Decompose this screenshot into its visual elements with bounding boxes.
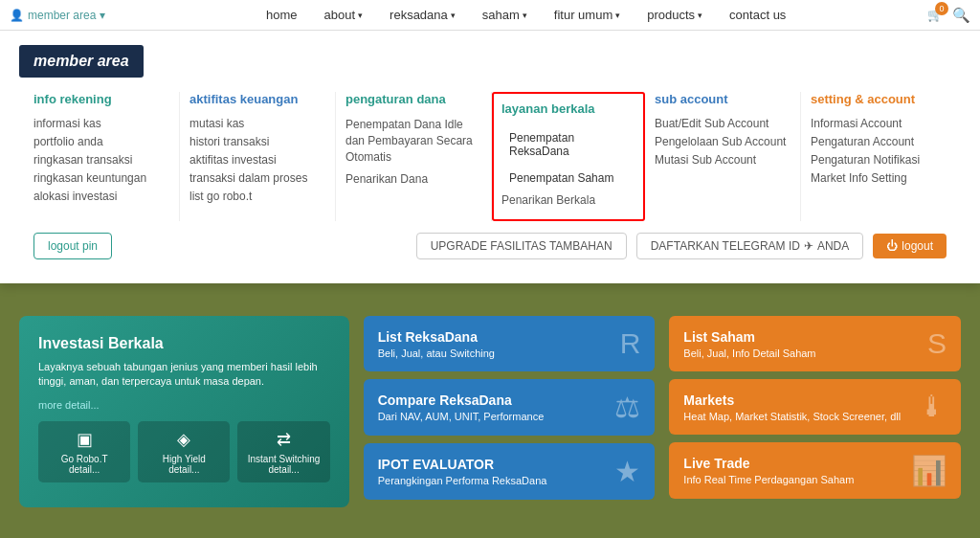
switching-icon: ⇄ [245, 429, 322, 450]
live-trade-title: Live Trade [683, 456, 854, 471]
nav-links: home about ▾ reksadana ▾ saham ▾ fitur u… [124, 0, 927, 31]
item-buat-sub-account[interactable]: Buat/Edit Sub Account [655, 117, 791, 130]
card-high-yield[interactable]: ◈ High Yield detail... [138, 421, 230, 482]
col-pengaturan-dana: pengaturan dana Penempatan Dana Idle dan… [336, 92, 492, 221]
cards-row: Investasi Berkala Layaknya sebuah tabung… [19, 316, 961, 507]
item-pengaturan-notif[interactable]: Pengaturan Notifikasi [811, 153, 947, 167]
telegram-button[interactable]: DAFTARKAN TELEGRAM ID ✈ ANDA [636, 233, 864, 259]
investasi-more[interactable]: more detail... [38, 399, 100, 411]
item-penarikan-dana[interactable]: Penarikan Dana [345, 172, 481, 186]
card-live-trade[interactable]: Live Trade Info Real Time Perdagangan Sa… [669, 442, 961, 499]
top-nav: 👤 member area ▾ home about ▾ reksadana ▾… [0, 0, 980, 31]
col-aktifitas-title: aktifitas keuangan [189, 92, 325, 109]
item-mutasi-kas[interactable]: mutasi kas [189, 117, 325, 130]
item-alokasi-investasi[interactable]: alokasi investasi [33, 190, 169, 203]
list-saham-desc: Beli, Jual, Info Detail Saham [683, 347, 815, 359]
upgrade-button[interactable]: UPGRADE FASILITAS TAMBAHAN [416, 233, 627, 259]
member-area-arrow: ▾ [100, 9, 105, 22]
item-ringkasan-transaksi[interactable]: ringkasan transaksi [33, 153, 169, 167]
card-investasi-berkala[interactable]: Investasi Berkala Layaknya sebuah tabung… [19, 316, 349, 507]
cart-badge: 0 [935, 2, 948, 15]
markets-text: Markets Heat Map, Market Statistik, Stoc… [683, 392, 901, 422]
item-aktifitas-investasi[interactable]: aktifitas investasi [189, 153, 325, 167]
anda-label: ANDA [817, 239, 849, 253]
item-ringkasan-keuntungan[interactable]: ringkasan keuntungan [33, 171, 169, 185]
list-reksadana-icon: R [620, 327, 641, 360]
ipot-icon: ★ [614, 455, 640, 488]
nav-about[interactable]: about ▾ [321, 0, 368, 31]
col-pengaturan-title: pengaturan dana [345, 92, 481, 109]
card-go-robo[interactable]: ▣ Go Robo.T detail... [38, 421, 130, 482]
item-mutasi-sub[interactable]: Mutasi Sub Account [655, 153, 791, 167]
markets-icon: 🌡 [918, 391, 947, 423]
cart-button[interactable]: 🛒 0 [927, 8, 943, 22]
cards-middle: List ReksaDana Beli, Jual, atau Switchin… [364, 316, 656, 507]
nav-saham[interactable]: saham ▾ [479, 0, 531, 31]
card-instant-switching[interactable]: ⇄ Instant Switching detail... [237, 421, 329, 482]
nav-fitur-umum[interactable]: fitur umum ▾ [550, 0, 624, 31]
high-yield-detail: detail... [145, 464, 222, 475]
dropdown-footer: logout pin UPGRADE FASILITAS TAMBAHAN DA… [19, 221, 961, 264]
col-sub-account: sub account Buat/Edit Sub Account Pengel… [645, 92, 801, 221]
user-icon: 👤 [10, 9, 24, 22]
nav-home[interactable]: home [262, 0, 301, 31]
live-trade-text: Live Trade Info Real Time Perdagangan Sa… [683, 456, 854, 485]
markets-desc: Heat Map, Market Statistik, Stock Screen… [683, 411, 901, 422]
item-informasi-account[interactable]: Informasi Account [811, 117, 947, 130]
item-informasi-kas[interactable]: informasi kas [33, 117, 169, 130]
logout-pin-button[interactable]: logout pin [33, 233, 112, 259]
card-compare-reksadana[interactable]: Compare ReksaDana Dari NAV, AUM, UNIT, P… [364, 379, 656, 436]
item-transaksi-proses[interactable]: transaksi dalam proses [189, 171, 325, 185]
ipot-desc: Perangkingan Performa ReksaDana [378, 475, 547, 486]
switching-detail: detail... [245, 464, 322, 475]
col-setting-account: setting & account Informasi Account Peng… [801, 92, 956, 221]
fitur-arrow: ▾ [615, 11, 620, 20]
dropdown-header: member area [19, 45, 144, 78]
list-reksadana-text: List ReksaDana Beli, Jual, atau Switchin… [378, 329, 495, 359]
dropdown-columns: info rekening informasi kas portfolio an… [19, 92, 961, 221]
list-reksadana-desc: Beli, Jual, atau Switching [378, 347, 495, 359]
telegram-label: DAFTARKAN TELEGRAM ID [651, 239, 800, 253]
nav-products[interactable]: products ▾ [643, 0, 706, 31]
item-penempatan-reksadana[interactable]: Penempatan ReksaDana [501, 126, 635, 163]
member-area-nav[interactable]: 👤 member area ▾ [10, 9, 105, 22]
live-trade-icon: 📊 [911, 454, 947, 487]
compare-icon: ⚖ [614, 391, 640, 424]
compare-text: Compare ReksaDana Dari NAV, AUM, UNIT, P… [378, 392, 545, 422]
item-pengelolaan-sub[interactable]: Pengelolaan Sub Account [655, 135, 791, 148]
card-list-reksadana[interactable]: List ReksaDana Beli, Jual, atau Switchin… [364, 316, 656, 371]
logout-icon: ⏻ [886, 239, 898, 253]
switching-label: Instant Switching [245, 454, 322, 464]
logout-label: logout [902, 239, 933, 253]
investasi-title: Investasi Berkala [38, 335, 330, 352]
col-layanan-title: layanan berkala [501, 101, 635, 119]
nav-reksadana[interactable]: reksadana ▾ [386, 0, 459, 31]
list-reksadana-title: List ReksaDana [378, 329, 495, 345]
col-sub-account-title: sub account [655, 92, 791, 109]
card-list-saham[interactable]: List Saham Beli, Jual, Info Detail Saham… [669, 316, 961, 371]
card-ipot-evaluator[interactable]: IPOT EVALUATOR Perangkingan Performa Rek… [364, 443, 656, 500]
nav-contact[interactable]: contact us [725, 0, 790, 31]
list-saham-icon: S [927, 327, 947, 360]
item-market-info[interactable]: Market Info Setting [811, 171, 947, 185]
card-markets[interactable]: Markets Heat Map, Market Statistik, Stoc… [669, 379, 961, 435]
item-portfolio-anda[interactable]: portfolio anda [33, 135, 169, 148]
search-icon[interactable]: 🔍 [952, 7, 970, 24]
compare-desc: Dari NAV, AUM, UNIT, Performance [378, 411, 545, 422]
col-layanan-berkala: layanan berkala Penempatan ReksaDana Pen… [492, 92, 645, 221]
item-penempatan-saham[interactable]: Penempatan Saham [501, 167, 635, 190]
col-aktifitas: aktifitas keuangan mutasi kas histori tr… [180, 92, 336, 221]
saham-arrow: ▾ [523, 11, 527, 20]
small-cards: ▣ Go Robo.T detail... ◈ High Yield detai… [38, 421, 330, 482]
list-saham-title: List Saham [683, 329, 815, 345]
item-penarikan-berkala[interactable]: Penarikan Berkala [501, 193, 635, 207]
go-robo-icon: ▣ [46, 429, 122, 450]
telegram-icon: ✈ [804, 239, 813, 253]
item-histori-transaksi[interactable]: histori transaksi [189, 135, 325, 148]
item-list-go-robo[interactable]: list go robo.t [189, 190, 325, 203]
logout-button[interactable]: ⏻ logout [873, 234, 947, 258]
item-pengaturan-account[interactable]: Pengaturan Account [811, 135, 947, 148]
products-arrow: ▾ [698, 11, 702, 20]
high-yield-label: High Yield [145, 454, 222, 464]
col-info-rekening-title: info rekening [33, 92, 169, 109]
